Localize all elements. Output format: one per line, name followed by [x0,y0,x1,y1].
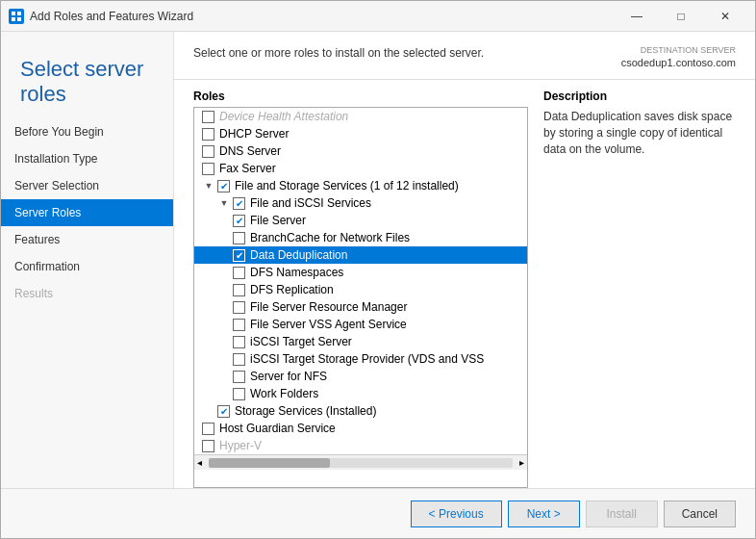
previous-button[interactable]: < Previous [411,500,502,527]
sidebar: Select server roles Before You Begin Ins… [1,32,174,488]
checkbox-icon [202,145,214,158]
description-panel: Description Data Deduplication saves dis… [543,80,736,488]
role-label: iSCSI Target Server [250,335,352,348]
sidebar-item-server-selection[interactable]: Server Selection [1,172,173,199]
role-label: File Server Resource Manager [250,300,407,314]
role-label: File Server VSS Agent Service [250,318,407,331]
next-button[interactable]: Next > [508,500,580,527]
scroll-right-btn[interactable]: ▸ [517,457,527,468]
checkbox-icon: ✔ [233,249,245,262]
list-item[interactable]: Hyper-V [194,437,527,454]
list-item[interactable]: ▼ ✔ File and Storage Services (1 of 12 i… [194,177,527,194]
sidebar-item-features[interactable]: Features [1,226,173,253]
checkbox-icon [233,267,245,279]
app-icon [9,9,24,24]
roles-panel: Roles Device Health Attestation DHC [193,80,528,488]
list-item[interactable]: File Server VSS Agent Service [194,316,527,333]
checkbox-icon [233,371,245,383]
checkbox-icon: ✔ [217,405,230,418]
role-label: BranchCache for Network Files [250,231,410,244]
page-title: Select server roles [20,57,154,107]
checkbox-icon: ✔ [233,215,245,227]
role-label: Fax Server [219,162,276,175]
main-content: Select one or more roles to install on t… [174,32,755,488]
list-item[interactable]: ✔ File Server [194,212,527,229]
svg-rect-2 [12,17,15,21]
list-item[interactable]: iSCSI Target Storage Provider (VDS and V… [194,350,527,368]
role-label: File and iSCSI Services [250,196,371,210]
cancel-button[interactable]: Cancel [664,500,736,527]
svg-rect-0 [12,12,15,15]
page-title-area: Select server roles [1,41,173,118]
list-item[interactable]: ▼ ✔ File and iSCSI Services [194,194,527,212]
list-item[interactable]: File Server Resource Manager [194,298,527,316]
checkbox-icon [202,111,214,123]
role-label: Device Health Attestation [219,110,348,123]
window-controls: — □ ✕ [615,1,747,32]
description-label: Description [543,90,736,103]
list-item[interactable]: Device Health Attestation [194,108,527,125]
role-label: Hyper-V [219,439,262,452]
instruction-text: Select one or more roles to install on t… [193,46,484,60]
tree-toggle-icon: ▼ [217,196,231,210]
description-text: Data Deduplication saves disk space by s… [543,109,736,157]
scroll-track [209,458,513,468]
checkbox-icon [233,301,245,314]
roles-list-container[interactable]: Device Health Attestation DHCP Server DN… [193,107,528,488]
checkbox-icon: ✔ [233,197,245,210]
instruction-area: Select one or more roles to install on t… [193,32,484,69]
destination-server-area: DESTINATION SERVER csodedup1.contoso.com [621,32,736,79]
list-item[interactable]: ✔ Storage Services (Installed) [194,402,527,420]
sidebar-item-server-roles[interactable]: Server Roles [1,199,173,226]
install-button[interactable]: Install [586,500,658,527]
horizontal-scrollbar[interactable]: ◂ ▸ [194,454,527,470]
list-item[interactable]: iSCSI Target Server [194,333,527,350]
minimize-button[interactable]: — [615,1,659,32]
list-item[interactable]: Work Folders [194,385,527,402]
close-button[interactable]: ✕ [703,1,747,32]
sidebar-item-installation-type[interactable]: Installation Type [1,145,173,172]
role-label: DFS Namespaces [250,266,343,279]
role-label: File and Storage Services (1 of 12 insta… [235,179,459,192]
dest-server-label: DESTINATION SERVER [621,45,736,55]
list-item[interactable]: Fax Server [194,160,527,177]
list-item[interactable]: BranchCache for Network Files [194,229,527,246]
sidebar-item-before-you-begin[interactable]: Before You Begin [1,118,173,145]
role-label: Data Deduplication [250,248,347,262]
sidebar-item-confirmation[interactable]: Confirmation [1,253,173,280]
scroll-left-btn[interactable]: ◂ [194,457,205,468]
list-item[interactable]: DNS Server [194,142,527,160]
tree-toggle-icon: ▼ [202,179,215,192]
role-label: Work Folders [250,387,318,400]
svg-rect-1 [17,12,21,15]
role-label: Server for NFS [250,370,327,383]
dest-server-value: csodedup1.contoso.com [621,57,736,68]
checkbox-icon [233,232,245,244]
sidebar-item-results: Results [1,280,173,307]
checkbox-icon [233,388,245,400]
checkbox-icon [233,284,245,296]
role-label: DHCP Server [219,127,289,141]
list-item[interactable]: ✔ Data Deduplication [194,246,527,264]
role-label: File Server [250,214,306,227]
main-header-row: Select one or more roles to install on t… [174,32,755,80]
maximize-button[interactable]: □ [659,1,703,32]
checkbox-icon: ✔ [217,180,230,192]
list-item[interactable]: Server for NFS [194,368,527,385]
checkbox-icon [202,423,214,435]
role-label: iSCSI Target Storage Provider (VDS and V… [250,352,484,366]
checkbox-icon [233,319,245,331]
list-item[interactable]: DFS Namespaces [194,264,527,281]
list-item[interactable]: DFS Replication [194,281,527,298]
checkbox-icon [202,128,214,141]
checkbox-icon [202,440,214,452]
list-item[interactable]: Host Guardian Service [194,420,527,437]
checkbox-icon [233,336,245,348]
role-label: DNS Server [219,144,281,158]
list-item[interactable]: DHCP Server [194,125,527,142]
roles-label: Roles [193,90,528,103]
roles-desc-area: Roles Device Health Attestation DHC [174,80,755,488]
checkbox-icon [233,353,245,366]
role-label: Storage Services (Installed) [235,404,376,418]
roles-list: Device Health Attestation DHCP Server DN… [194,108,527,454]
